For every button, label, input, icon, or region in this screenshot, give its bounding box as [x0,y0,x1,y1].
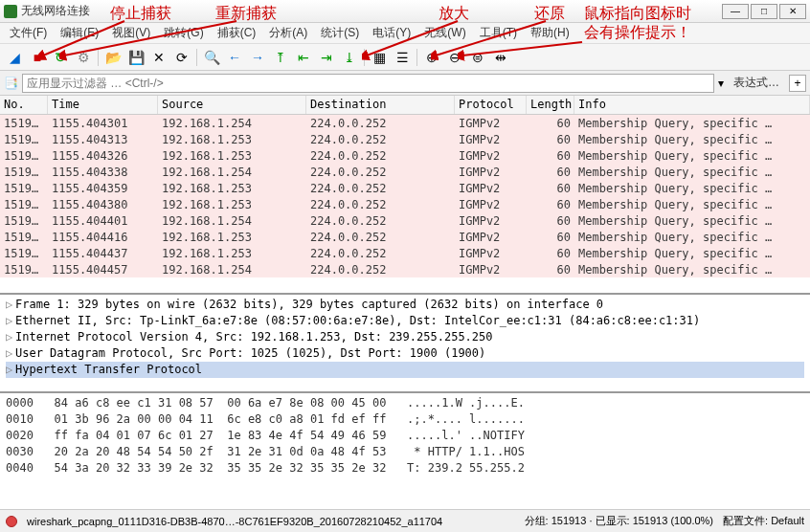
go-last-button[interactable]: ⇥ [316,47,337,68]
toolbar: ◢ ■ ↻ ⚙ 📂 💾 ✕ ⟳ 🔍 ← → ⤒ ⇤ ⇥ ⤓ ▦ ☰ ⊕ ⊖ ⊜ … [0,44,810,71]
col-info[interactable]: Info [574,96,810,114]
window-title: 无线网络连接 [21,3,722,19]
expression-button[interactable]: 表达式… [728,75,785,91]
hex-row[interactable]: 0000 84 a6 c8 ee c1 31 08 57 00 6a e7 8e… [6,395,804,411]
col-destination[interactable]: Destination [306,96,455,114]
menu-analyze[interactable]: 分析(A) [263,24,313,42]
filter-dropdown-icon[interactable]: ▾ [718,77,724,90]
minimize-button[interactable]: — [722,4,749,19]
maximize-button[interactable]: □ [751,4,777,19]
zoom-out-button[interactable]: ⊖ [444,47,465,68]
packet-list[interactable]: No. Time Source Destination Protocol Len… [0,96,810,295]
hex-row[interactable]: 0010 01 3b 96 2a 00 00 04 11 6c e8 c0 a8… [6,411,804,428]
detail-ip[interactable]: ▷Internet Protocol Version 4, Src: 192.1… [6,329,804,345]
menubar: 文件(F) 编辑(E) 视图(V) 跳转(G) 捕获(C) 分析(A) 统计(S… [0,23,810,44]
col-time[interactable]: Time [48,96,158,114]
filterbar: 📑 ▾ 表达式… + [0,71,810,96]
reload-button[interactable]: ⟳ [171,47,192,68]
packet-row[interactable]: 1519…1155.404301192.168.1.254224.0.0.252… [0,115,810,131]
col-source[interactable]: Source [158,96,306,114]
col-length[interactable]: Length [527,96,574,114]
menu-capture[interactable]: 捕获(C) [212,24,262,42]
packet-row[interactable]: 1519…1155.404359192.168.1.253224.0.0.252… [0,180,810,196]
capture-options-button[interactable]: ⚙ [73,47,94,68]
expert-info-icon[interactable] [6,516,17,527]
status-packets: 分组: 151913 · 已显示: 151913 (100.0%) [525,514,714,528]
restart-capture-button[interactable]: ↻ [50,47,71,68]
go-to-button[interactable]: ⤒ [270,47,291,68]
menu-file[interactable]: 文件(F) [4,24,53,42]
menu-go[interactable]: 跳转(G) [158,24,209,42]
menu-help[interactable]: 帮助(H) [525,24,575,42]
go-first-button[interactable]: ⇤ [293,47,314,68]
packet-row[interactable]: 1519…1155.404401192.168.1.254224.0.0.252… [0,212,810,229]
packet-row[interactable]: 1519…1155.404326192.168.1.253224.0.0.252… [0,147,810,164]
packet-details[interactable]: ▷Frame 1: 329 bytes on wire (2632 bits),… [0,295,810,393]
statusbar: wireshark_pcapng_0111D316-DB3B-4870…-8C7… [0,509,810,532]
zoom-reset-button[interactable]: ⊜ [467,47,488,68]
hex-row[interactable]: 0030 20 2a 20 48 54 54 50 2f 31 2e 31 0d… [6,444,804,460]
display-filter-input[interactable] [22,74,714,93]
app-icon [4,5,17,18]
close-button[interactable]: ✕ [779,4,806,19]
column-header[interactable]: No. Time Source Destination Protocol Len… [0,96,810,115]
col-no[interactable]: No. [0,96,48,114]
menu-telephony[interactable]: 电话(Y) [367,24,416,42]
menu-edit[interactable]: 编辑(E) [55,24,104,42]
bookmark-icon[interactable]: 📑 [4,77,18,90]
add-filter-button[interactable]: + [789,75,806,92]
packet-bytes[interactable]: 0000 84 a6 c8 ee c1 31 08 57 00 6a e7 8e… [0,393,810,482]
open-file-button[interactable]: 📂 [102,47,124,68]
hex-row[interactable]: 0040 54 3a 20 32 33 39 2e 32 35 35 2e 32… [6,460,804,477]
status-file: wireshark_pcapng_0111D316-DB3B-4870…-8C7… [27,516,515,527]
menu-wireless[interactable]: 无线(W) [418,24,471,42]
resize-cols-button[interactable]: ⇹ [490,47,511,68]
go-forward-button[interactable]: → [247,47,268,68]
find-button[interactable]: 🔍 [201,47,222,68]
detail-ethernet[interactable]: ▷Ethernet II, Src: Tp-LinkT_6a:e7:8e (08… [6,313,804,329]
packet-row[interactable]: 1519…1155.404416192.168.1.253224.0.0.252… [0,229,810,245]
view-mode-button[interactable]: ☰ [392,47,413,68]
packet-row[interactable]: 1519…1155.404380192.168.1.253224.0.0.252… [0,196,810,212]
hex-row[interactable]: 0020 ff fa 04 01 07 6c 01 27 1e 83 4e 4f… [6,428,804,444]
go-back-button[interactable]: ← [224,47,245,68]
close-file-button[interactable]: ✕ [148,47,169,68]
detail-http[interactable]: ▷Hypertext Transfer Protocol [6,362,804,378]
stop-capture-button[interactable]: ■ [27,47,48,68]
status-profile[interactable]: 配置文件: Default [723,514,804,528]
menu-tools[interactable]: 工具(T) [474,24,523,42]
detail-udp[interactable]: ▷User Datagram Protocol, Src Port: 1025 … [6,345,804,362]
titlebar: 无线网络连接 — □ ✕ [0,0,810,23]
packet-row[interactable]: 1519…1155.404338192.168.1.254224.0.0.252… [0,164,810,180]
colorize-button[interactable]: ▦ [369,47,390,68]
menu-view[interactable]: 视图(V) [106,24,156,42]
zoom-in-button[interactable]: ⊕ [421,47,442,68]
packet-row[interactable]: 1519…1155.404457192.168.1.254224.0.0.252… [0,261,810,277]
start-capture-button[interactable]: ◢ [4,47,25,68]
col-protocol[interactable]: Protocol [455,96,527,114]
detail-frame[interactable]: ▷Frame 1: 329 bytes on wire (2632 bits),… [6,297,804,313]
packet-row[interactable]: 1519…1155.404437192.168.1.253224.0.0.252… [0,245,810,261]
packet-row[interactable]: 1519…1155.404313192.168.1.253224.0.0.252… [0,131,810,147]
save-file-button[interactable]: 💾 [125,47,146,68]
menu-stats[interactable]: 统计(S) [315,24,365,42]
auto-scroll-button[interactable]: ⤓ [339,47,360,68]
